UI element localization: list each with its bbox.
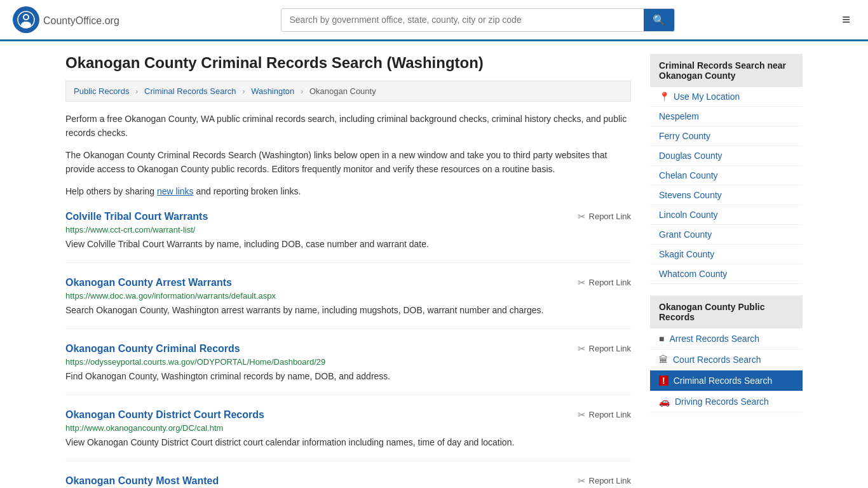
- sidebar-item-court-records[interactable]: 🏛 Court Records Search: [650, 349, 803, 370]
- logo-text: CountyOffice.org: [43, 13, 119, 27]
- menu-button[interactable]: ≡: [837, 9, 855, 30]
- result-title: Okanogan County District Court Records: [65, 409, 264, 421]
- search-input[interactable]: [281, 10, 644, 30]
- intro-text: Perform a free Okanogan County, WA publi…: [65, 112, 631, 140]
- breadcrumb-sep-3: ›: [301, 86, 303, 96]
- report-label: Report Link: [589, 212, 631, 221]
- sidebar-item-skagit-county[interactable]: Skagit County: [650, 245, 803, 264]
- breadcrumb-washington[interactable]: Washington: [251, 86, 294, 96]
- result-header: Okanogan County Most Wanted ✂ Report Lin…: [65, 475, 631, 487]
- result-desc: View Colville Tribal Court Warrants by n…: [65, 238, 631, 251]
- result-url: https://www.doc.wa.gov/information/warra…: [65, 291, 631, 301]
- breadcrumb-sep-2: ›: [242, 86, 245, 96]
- result-item: Colville Tribal Court Warrants ✂ Report …: [65, 211, 631, 263]
- result-title: Okanogan County Arrest Warrants: [65, 277, 232, 288]
- header: CountyOffice.org 🔍 ≡: [0, 0, 868, 41]
- sidebar-nearby-list: 📍 Use My Location Nespelem Ferry County …: [650, 87, 803, 284]
- criminal-icon: !: [659, 376, 668, 386]
- report-icon: ✂: [578, 211, 586, 222]
- driving-icon: 🚗: [659, 396, 670, 407]
- breadcrumb-public-records[interactable]: Public Records: [74, 86, 129, 96]
- arrest-icon: ■: [659, 334, 664, 344]
- page-title: Okanogan County Criminal Records Search …: [65, 54, 631, 72]
- use-location-link[interactable]: Use My Location: [674, 92, 740, 102]
- result-header: Okanogan County Arrest Warrants ✂ Report…: [65, 277, 631, 288]
- result-header: Colville Tribal Court Warrants ✂ Report …: [65, 211, 631, 222]
- report-link[interactable]: ✂ Report Link: [578, 211, 631, 222]
- report-label: Report Link: [589, 278, 631, 287]
- sidebar-item-grant-county[interactable]: Grant County: [650, 225, 803, 245]
- result-header: Okanogan County Criminal Records ✂ Repor…: [65, 343, 631, 355]
- sidebar-public-records-list: ■ Arrest Records Search 🏛 Court Records …: [650, 329, 803, 412]
- result-item: Okanogan County Arrest Warrants ✂ Report…: [65, 277, 631, 329]
- report-icon: ✂: [578, 343, 586, 355]
- result-link[interactable]: Okanogan County District Court Records: [65, 409, 264, 420]
- sidebar-item-douglas-county[interactable]: Douglas County: [650, 146, 803, 166]
- result-url: https://odysseyportal.courts.wa.gov/ODYP…: [65, 357, 631, 367]
- report-link[interactable]: ✂ Report Link: [578, 277, 631, 288]
- result-link[interactable]: Okanogan County Most Wanted: [65, 475, 219, 486]
- breadcrumb: Public Records › Criminal Records Search…: [65, 81, 631, 102]
- report-link[interactable]: ✂ Report Link: [578, 409, 631, 421]
- location-pin-icon: 📍: [659, 92, 670, 102]
- sidebar-item-ferry-county[interactable]: Ferry County: [650, 126, 803, 146]
- report-icon: ✂: [578, 475, 586, 487]
- result-link[interactable]: Colville Tribal Court Warrants: [65, 211, 208, 222]
- result-desc: Find Okanogan County, Washington crimina…: [65, 370, 631, 383]
- result-item: Okanogan County District Court Records ✂…: [65, 409, 631, 461]
- report-icon: ✂: [578, 277, 586, 288]
- logo-area: CountyOffice.org: [13, 6, 119, 33]
- sidebar-item-whatcom-county[interactable]: Whatcom County: [650, 264, 803, 284]
- sidebar-item-nespelem[interactable]: Nespelem: [650, 107, 803, 126]
- sidebar-item-use-location[interactable]: 📍 Use My Location: [650, 87, 803, 107]
- svg-point-3: [24, 15, 28, 19]
- result-desc: View Okanogan County District Court dist…: [65, 436, 631, 449]
- report-link[interactable]: ✂ Report Link: [578, 343, 631, 355]
- breadcrumb-criminal-records[interactable]: Criminal Records Search: [144, 86, 236, 96]
- content-area: Okanogan County Criminal Records Search …: [65, 54, 631, 488]
- report-icon: ✂: [578, 409, 586, 421]
- sidebar-item-chelan-county[interactable]: Chelan County: [650, 166, 803, 186]
- result-header: Okanogan County District Court Records ✂…: [65, 409, 631, 421]
- sidebar-public-records-title: Okanogan County Public Records: [650, 295, 803, 329]
- sidebar-item-arrest-records[interactable]: ■ Arrest Records Search: [650, 329, 803, 349]
- svg-point-2: [21, 22, 31, 28]
- sidebar-item-driving-records[interactable]: 🚗 Driving Records Search: [650, 391, 803, 412]
- result-desc: Search Okanogan County, Washington arres…: [65, 304, 631, 317]
- result-link[interactable]: Okanogan County Arrest Warrants: [65, 277, 232, 288]
- result-link[interactable]: Okanogan County Criminal Records: [65, 343, 240, 354]
- search-bar: 🔍: [281, 8, 675, 32]
- report-label: Report Link: [589, 476, 631, 485]
- sidebar: Criminal Records Search near Okanogan Co…: [650, 54, 803, 488]
- logo-icon: [13, 6, 39, 33]
- result-title: Okanogan County Most Wanted: [65, 475, 219, 487]
- sidebar-item-criminal-records[interactable]: ! Criminal Records Search: [650, 370, 803, 391]
- sidebar-nearby-title: Criminal Records Search near Okanogan Co…: [650, 54, 803, 87]
- secondary-text: The Okanogan County Criminal Records Sea…: [65, 148, 631, 177]
- logo-suffix: .org: [102, 15, 119, 26]
- result-item: Okanogan County Most Wanted ✂ Report Lin…: [65, 475, 631, 488]
- result-item: Okanogan County Criminal Records ✂ Repor…: [65, 343, 631, 395]
- report-label: Report Link: [589, 410, 631, 419]
- report-label: Report Link: [589, 344, 631, 353]
- court-icon: 🏛: [659, 355, 668, 365]
- main-container: Okanogan County Criminal Records Search …: [53, 41, 815, 488]
- new-links-link[interactable]: new links: [157, 186, 194, 196]
- search-button[interactable]: 🔍: [644, 9, 674, 31]
- help-text: Help others by sharing new links and rep…: [65, 184, 631, 198]
- sidebar-item-stevens-county[interactable]: Stevens County: [650, 186, 803, 205]
- breadcrumb-current: Okanogan County: [309, 86, 376, 96]
- result-url: http://www.okanogancounty.org/DC/cal.htm: [65, 423, 631, 433]
- breadcrumb-sep-1: ›: [135, 86, 138, 96]
- sidebar-item-lincoln-county[interactable]: Lincoln County: [650, 205, 803, 225]
- result-url: https://www.cct-crt.com/warrant-list/: [65, 225, 631, 234]
- result-title: Okanogan County Criminal Records: [65, 343, 240, 355]
- result-title: Colville Tribal Court Warrants: [65, 211, 208, 222]
- results-list: Colville Tribal Court Warrants ✂ Report …: [65, 211, 631, 488]
- report-link[interactable]: ✂ Report Link: [578, 475, 631, 487]
